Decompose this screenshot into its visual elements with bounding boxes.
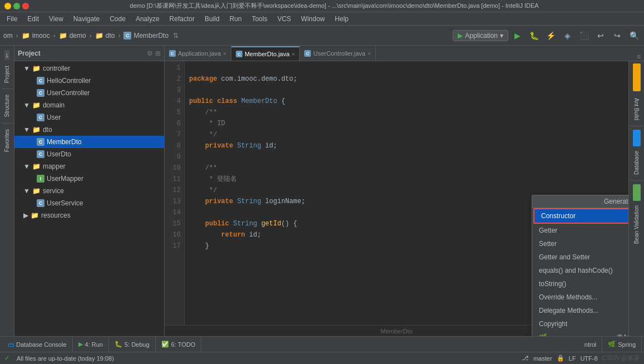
run-button[interactable]: ▶ xyxy=(511,29,524,42)
tabs-overflow[interactable]: ≡ xyxy=(633,53,644,61)
panel-layout-icon[interactable]: ⊞ xyxy=(155,50,161,57)
tree-item-userservice[interactable]: C UserService xyxy=(14,197,164,209)
sidebar-tab-structure[interactable]: Structure xyxy=(3,92,11,120)
generate-label-tostring: toString() xyxy=(539,280,566,288)
profile-button[interactable]: ◈ xyxy=(561,29,574,42)
tab-close-usercontroller[interactable]: × xyxy=(368,51,371,57)
debug-button[interactable]: 🐛 xyxy=(527,29,541,42)
sidebar-tab-favorites[interactable]: Favorites xyxy=(3,127,11,154)
tree-folder-controller[interactable]: ▼ 📁 controller xyxy=(14,62,164,75)
close-btn[interactable] xyxy=(22,3,29,9)
window-controls xyxy=(4,3,29,9)
generate-title: Generate xyxy=(532,195,628,208)
menu-vcs[interactable]: VCS xyxy=(273,14,296,24)
tab-usercontroller[interactable]: C UserController.java × xyxy=(300,46,375,61)
tree-folder-domain[interactable]: ▼ 📁 domain xyxy=(14,99,164,111)
panel-gear-icon[interactable]: ⚙ xyxy=(147,50,153,57)
tree-label-userdto: UserDto xyxy=(47,150,71,158)
tree-item-userdto[interactable]: C UserDto xyxy=(14,148,164,160)
db-console-icon: 🗃 xyxy=(8,341,14,348)
generate-item-setter[interactable]: Setter xyxy=(532,237,628,250)
menu-analyze[interactable]: Analyze xyxy=(131,14,164,24)
right-tab-ant-build[interactable]: Ant Build xyxy=(633,96,640,122)
menu-navigate[interactable]: Navigate xyxy=(69,14,104,24)
menu-view[interactable]: View xyxy=(44,14,68,24)
tree-folder-service[interactable]: ▼ 📁 service xyxy=(14,185,164,197)
bc-imooc: imooc xyxy=(32,32,50,40)
generate-popup: Generate Constructor Getter Setter Gette… xyxy=(532,195,628,336)
right-tab-bean[interactable]: Bean Validation xyxy=(633,203,640,246)
generate-label-constructor: Constructor xyxy=(541,212,576,220)
run-config-selector[interactable]: ▶ Application ▾ xyxy=(453,30,508,41)
menu-file[interactable]: File xyxy=(2,14,22,24)
tree-folder-resources[interactable]: ▶ 📁 resources xyxy=(14,209,164,222)
right-sep1 xyxy=(631,126,643,126)
bottom-tab-debug[interactable]: 🐛 5: Debug xyxy=(109,337,156,352)
generate-item-tostring[interactable]: toString() xyxy=(532,277,628,291)
coverage-button[interactable]: ⚡ xyxy=(544,29,557,42)
run-config-icon: ▶ xyxy=(458,32,463,40)
menu-help[interactable]: Help xyxy=(330,14,353,24)
undo-button[interactable]: ↩ xyxy=(594,29,607,42)
ln-17: 17 xyxy=(165,240,181,252)
menu-run[interactable]: Run xyxy=(225,14,246,24)
ln-15: 15 xyxy=(165,218,181,229)
generate-item-override[interactable]: Override Methods... Ctrl+O xyxy=(532,291,628,304)
sidebar-tab-project[interactable]: Project xyxy=(3,63,11,85)
bottom-tab-ntrol[interactable]: ntrol xyxy=(579,337,602,352)
tree-item-usermapper[interactable]: I UserMapper xyxy=(14,173,164,185)
menu-build[interactable]: Build xyxy=(200,14,224,24)
folder-icon-controller: 📁 xyxy=(32,65,41,72)
tab-memberdto[interactable]: C MemberDto.java × xyxy=(231,46,300,61)
generate-item-getter[interactable]: Getter xyxy=(532,224,628,237)
bc-om: om xyxy=(3,32,13,40)
folder-icon-dto-tree: 📁 xyxy=(32,126,41,134)
tab-application[interactable]: C Application.java × xyxy=(165,46,231,61)
generate-item-copyright[interactable]: Copyright xyxy=(532,317,628,331)
bottom-tab-debug-label: 5: Debug xyxy=(125,341,150,348)
generate-label-equalshashcode: equals() and hashCode() xyxy=(539,267,613,274)
tree-item-memberdto[interactable]: C MemberDto xyxy=(14,136,164,148)
menu-edit[interactable]: Edit xyxy=(23,14,43,24)
generate-item-constructor[interactable]: Constructor xyxy=(533,208,628,224)
bottom-tab-todo[interactable]: ✅ 6: TODO xyxy=(156,337,202,352)
arrow-domain: ▼ xyxy=(19,101,30,109)
maximize-btn[interactable] xyxy=(13,3,20,9)
tree-folder-mapper[interactable]: ▼ 📁 mapper xyxy=(14,160,164,173)
tree-label-userservice: UserService xyxy=(47,199,83,207)
minimize-btn[interactable] xyxy=(4,3,11,9)
tree-item-hellocontroller[interactable]: C HelloController xyxy=(14,75,164,87)
tree-item-usercontroller[interactable]: C UserController xyxy=(14,87,164,99)
bc-sort-icon: ⇅ xyxy=(173,32,179,40)
menu-code[interactable]: Code xyxy=(105,14,130,24)
generate-item-autowired[interactable]: 🌿 @Autowired Dependency... xyxy=(532,331,628,336)
generate-item-delegate[interactable]: Delegate Methods... xyxy=(532,304,628,317)
generate-item-gettersetter[interactable]: Getter and Setter xyxy=(532,250,628,264)
class-icon-usermapper: I xyxy=(37,175,44,183)
bottom-tab-run[interactable]: ▶ 4: Run xyxy=(73,337,109,352)
ln-4: 4 xyxy=(165,96,181,107)
csdn-watermark: CSDN @慕课 xyxy=(602,354,640,362)
tab-close-application[interactable]: × xyxy=(223,51,226,57)
search-everywhere-button[interactable]: 🔍 xyxy=(627,29,641,42)
menu-refactor[interactable]: Refactor xyxy=(165,14,199,24)
redo-button[interactable]: ↪ xyxy=(611,29,624,42)
menu-tools[interactable]: Tools xyxy=(247,14,272,24)
build-button[interactable]: ⬛ xyxy=(577,29,591,42)
editor-area[interactable]: 1 2 3 4 5 6 7 8 9 10 11 12 13 xyxy=(165,61,628,336)
status-utf-icon: UTF-8 xyxy=(580,355,597,362)
class-icon-userctrl: C xyxy=(37,89,44,97)
right-tab-database[interactable]: Database xyxy=(633,149,640,177)
tab-close-memberdto[interactable]: × xyxy=(292,51,295,57)
bottom-tab-db-console[interactable]: 🗃 Database Console xyxy=(2,337,73,352)
tree-item-user[interactable]: C User xyxy=(14,111,164,124)
bean-indicator xyxy=(633,184,641,201)
project-panel-title: Project xyxy=(18,50,41,57)
toolbar-buttons: ▶ 🐛 ⚡ ◈ ⬛ ↩ ↪ 🔍 xyxy=(511,29,641,42)
tree-folder-dto[interactable]: ▼ 📁 dto xyxy=(14,124,164,136)
generate-label-override: Override Methods... xyxy=(539,293,597,301)
menu-window[interactable]: Window xyxy=(296,14,329,24)
right-sep2 xyxy=(631,180,643,181)
bottom-tab-spring[interactable]: 🌿 Spring xyxy=(602,337,642,352)
generate-item-equalshashcode[interactable]: equals() and hashCode() xyxy=(532,264,628,277)
